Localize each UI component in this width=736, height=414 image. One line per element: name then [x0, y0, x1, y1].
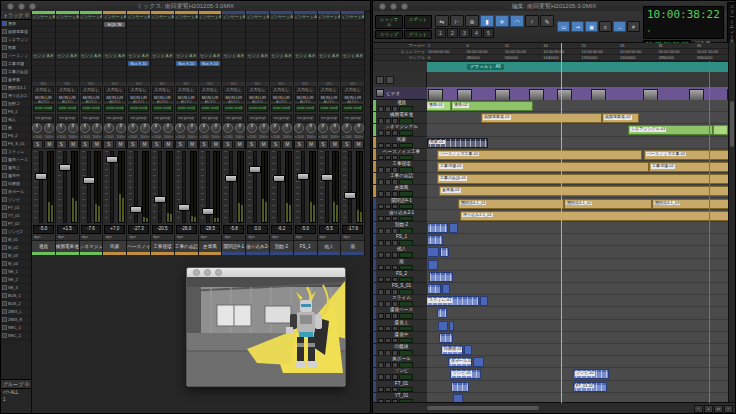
track-lane[interactable] [427, 246, 729, 258]
track-name[interactable]: 工事の会話 [175, 240, 198, 252]
group-selector[interactable]: no group [200, 114, 221, 123]
solo-button[interactable] [385, 326, 391, 331]
track-name[interactable]: 借り込み2-1 [246, 240, 269, 252]
mute-button[interactable] [392, 228, 398, 233]
link-track-icon[interactable]: ≡ [599, 21, 612, 32]
list-view-icon[interactable] [386, 76, 394, 84]
sidebar-track-item[interactable]: スライム [1, 148, 31, 156]
track-show-checkbox[interactable] [2, 197, 7, 202]
video-track-entry[interactable]: ビデオ [373, 87, 427, 100]
mute-button[interactable] [392, 106, 398, 111]
track-show-checkbox[interactable] [2, 37, 7, 42]
auto-mode-selector[interactable]: auto read [223, 104, 244, 112]
auto-mode-selector[interactable]: auto read [319, 104, 340, 112]
sidebar-track-item[interactable]: 他人 [1, 116, 31, 124]
solo-button[interactable]: S [199, 140, 210, 149]
sidebar-track-item[interactable]: M_04 [1, 260, 31, 268]
insert-slots[interactable] [222, 21, 245, 53]
track-list-row[interactable]: 工事の会話 [373, 173, 427, 185]
track-list-row[interactable]: 炎ボール [373, 356, 427, 368]
track-list-row[interactable]: シネマジングル [373, 124, 427, 136]
track-show-checkbox[interactable] [2, 181, 7, 186]
zoom-in-icon[interactable]: + [704, 405, 713, 413]
zoom-fit-icon[interactable]: ▭ [714, 405, 723, 413]
solo-button[interactable] [385, 204, 391, 209]
audio-clip[interactable] [438, 321, 448, 331]
audio-clip[interactable]: 工事の会話-01 [437, 174, 729, 184]
edit-mode-シャッフル[interactable]: シャッフル [375, 15, 403, 29]
insert-slots[interactable] [80, 21, 103, 53]
mute-button[interactable] [392, 216, 398, 221]
track-show-checkbox[interactable] [2, 221, 7, 226]
solo-button[interactable] [385, 301, 391, 306]
mute-button[interactable] [392, 289, 398, 294]
sidebar-track-item[interactable]: 2MIX_R [1, 316, 31, 324]
track-lane[interactable] [427, 234, 729, 246]
audio-clip[interactable]: 開閉店4-1_01 [458, 199, 564, 209]
send-slots[interactable]: Bus 9-10 [175, 60, 198, 82]
group-item[interactable]: 1 [1, 396, 31, 403]
audio-clip[interactable] [449, 321, 454, 331]
pan-knob[interactable] [247, 123, 257, 133]
send-slots[interactable] [80, 60, 103, 82]
record-enable-button[interactable] [378, 118, 384, 123]
audio-clip[interactable]: 倉庫風-01 [439, 186, 729, 196]
input-selector[interactable]: 入力なし [223, 86, 244, 93]
track-show-checkbox[interactable] [2, 325, 7, 330]
pan-knob[interactable] [187, 123, 197, 133]
send-slots[interactable] [151, 60, 174, 82]
send-slots[interactable] [246, 60, 269, 82]
track-show-checkbox[interactable] [2, 237, 7, 242]
track-show-checkbox[interactable] [2, 77, 7, 82]
mute-button[interactable] [392, 350, 398, 355]
track-lane[interactable] [427, 344, 729, 356]
send-slots[interactable] [318, 60, 341, 82]
insert-slots[interactable]: EQ3 7B [103, 21, 126, 53]
solo-button[interactable] [385, 216, 391, 221]
record-enable-button[interactable] [378, 338, 384, 343]
audio-clip[interactable] [428, 260, 438, 270]
zoom-preset-1[interactable]: 1 [435, 28, 446, 38]
group-selector[interactable]: no group [176, 114, 197, 123]
audio-clip[interactable]: 橋脚電車道-01 [481, 113, 602, 123]
mute-tool-icon[interactable]: ♪ [525, 15, 539, 27]
solo-button[interactable] [385, 118, 391, 123]
track-show-checkbox[interactable] [2, 261, 7, 266]
sidebar-track-item[interactable]: ゾンビ [1, 196, 31, 204]
audio-clip[interactable] [473, 357, 484, 367]
track-name[interactable]: FS_1 [294, 240, 317, 252]
track-show-checkbox[interactable] [2, 133, 7, 138]
group-selector[interactable]: no group [319, 114, 340, 123]
fader-cap[interactable] [297, 173, 309, 180]
close-icon[interactable] [193, 269, 200, 276]
insert-slots[interactable] [318, 21, 341, 53]
mute-button[interactable] [392, 301, 398, 306]
solo-button[interactable] [385, 265, 391, 270]
pan-knob[interactable] [354, 123, 364, 133]
track-show-checkbox[interactable] [2, 117, 7, 122]
sidebar-track-item[interactable]: SE_1 [1, 268, 31, 276]
group-selector[interactable]: no group [271, 114, 292, 123]
edit-mode-スリップ[interactable]: スリップ [375, 30, 403, 39]
solo-button[interactable] [385, 155, 391, 160]
fader-cap[interactable] [130, 206, 142, 213]
mute-button[interactable]: M [68, 140, 79, 149]
track-list-row[interactable]: 通路 [373, 100, 427, 112]
send-bus[interactable]: Bus 9-10 [128, 61, 149, 66]
audio-clip[interactable]: シネマジングル-01 [628, 125, 713, 135]
mute-button[interactable] [392, 374, 398, 379]
fader-cap[interactable] [59, 164, 71, 171]
mute-button[interactable] [392, 179, 398, 184]
record-enable-button[interactable] [378, 191, 384, 196]
sidebar-track-item[interactable]: SE_2 [1, 276, 31, 284]
audio-clip[interactable] [439, 333, 453, 343]
send-bus[interactable]: Bus 9-10 [200, 61, 221, 66]
minimize-icon[interactable] [204, 269, 211, 276]
solo-button[interactable] [385, 167, 391, 172]
grid-follow-icon[interactable]: # [627, 21, 640, 32]
group-selector[interactable]: no group [57, 114, 78, 123]
zoom-arrows-icon[interactable]: ⇆ [435, 15, 449, 27]
sidebar-track-item[interactable]: 倉庫風 [1, 76, 31, 84]
send-slots[interactable] [103, 60, 126, 82]
input-selector[interactable]: 入力なし [342, 86, 363, 93]
